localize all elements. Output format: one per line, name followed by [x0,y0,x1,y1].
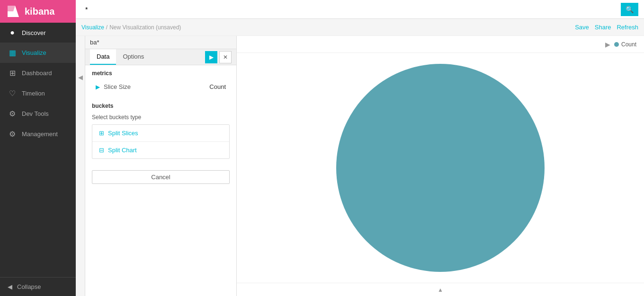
search-bar: 🔍 [76,0,644,19]
dashboard-icon: ⊞ [8,69,17,78]
refresh-button[interactable]: Refresh [617,24,638,31]
sidebar-item-management[interactable]: ⚙ Management [0,124,76,144]
slice-size-metric[interactable]: ▶ Slice Size Count [92,80,230,93]
viz-bottom: ▲ [237,283,644,296]
work-area: ◀ ba* Data Options ▶ ✕ [76,36,644,296]
sidebar-item-discover-label: Discover [22,29,46,36]
legend-label: Count [621,41,636,48]
kibana-logo-icon [6,4,21,19]
viz-toggle-icon[interactable]: ▶ [605,41,610,48]
sidebar-item-timelion[interactable]: ♡ Timelion [0,83,76,104]
close-panel-button[interactable]: ✕ [219,51,232,63]
management-icon: ⚙ [8,130,17,139]
metrics-section: metrics ▶ Slice Size Count [85,65,236,98]
sidebar-item-timelion-label: Timelion [22,90,45,97]
sidebar-item-devtools-label: Dev Tools [22,110,49,117]
cancel-button[interactable]: Cancel [92,170,230,184]
tab-options-label: Options [123,53,144,60]
split-slices-option[interactable]: ⊞ Split Slices [92,125,229,142]
split-chart-icon: ⊟ [99,147,104,154]
left-panel: ba* Data Options ▶ ✕ metrics ▶ [85,36,237,296]
sidebar-item-discover[interactable]: ● Discover [0,23,76,43]
tab-actions: ▶ ✕ [205,51,232,63]
tab-data[interactable]: Data [90,49,116,65]
search-icon: 🔍 [626,6,634,13]
legend-dot [614,42,619,47]
tab-data-label: Data [97,53,109,60]
panel-header: ba* [85,36,236,49]
discover-icon: ● [8,28,17,37]
legend-item: Count [614,41,636,48]
buckets-section: buckets Select buckets type ⊞ Split Slic… [85,98,236,164]
share-button[interactable]: Share [595,24,611,31]
kibana-logo-text: kibana [25,6,54,17]
split-slices-label: Split Slices [108,130,138,137]
toggle-left-icon: ◀ [78,74,83,81]
breadcrumb-current: New Visualization (unsaved) [109,24,181,31]
bottom-toggle-icon[interactable]: ▲ [438,287,443,293]
breadcrumb-actions: Save Share Refresh [575,24,638,31]
sidebar-item-devtools[interactable]: ⚙ Dev Tools [0,104,76,124]
breadcrumb-separator: / [106,24,107,31]
tab-bar: Data Options ▶ ✕ [85,49,236,65]
timelion-icon: ♡ [8,89,17,98]
search-input[interactable] [81,4,617,15]
split-chart-option[interactable]: ⊟ Split Chart [92,142,229,158]
slice-size-label: Slice Size [104,83,206,90]
sidebar-collapse[interactable]: ◀ Collapse [0,278,76,296]
slice-size-icon: ▶ [96,84,100,90]
main-content: 🔍 Visualize / New Visualization (unsaved… [76,0,644,296]
collapse-icon: ◀ [8,283,12,290]
tab-options[interactable]: Options [116,49,151,65]
visualize-icon: ▦ [8,48,17,57]
sidebar-item-management-label: Management [22,131,58,138]
collapse-label: Collapse [17,283,41,290]
split-chart-label: Split Chart [108,147,137,154]
pie-chart [336,64,545,272]
breadcrumb-visualize-link[interactable]: Visualize [81,24,104,31]
sidebar-item-visualize[interactable]: ▦ Visualize [0,43,76,63]
devtools-icon: ⚙ [8,109,17,118]
panel-toggle-left[interactable]: ◀ [76,36,85,296]
sidebar-item-dashboard-label: Dashboard [22,70,52,77]
kibana-logo: kibana [0,0,76,23]
buckets-title: buckets [92,103,230,109]
viz-content [237,53,644,283]
run-button[interactable]: ▶ [205,51,217,63]
panel-title: ba* [90,39,99,46]
sidebar: kibana ● Discover ▦ Visualize ⊞ Dashboar… [0,0,76,296]
breadcrumb: Visualize / New Visualization (unsaved) … [76,19,644,36]
viz-panel: ▶ Count ▲ [237,36,644,296]
split-slices-icon: ⊞ [99,130,104,137]
viz-toolbar: ▶ Count [237,36,644,53]
metrics-title: metrics [92,70,230,77]
select-type-label: Select buckets type [92,114,230,121]
slice-size-value: Count [209,83,226,90]
search-button[interactable]: 🔍 [621,3,638,16]
bucket-options: ⊞ Split Slices ⊟ Split Chart [92,124,230,159]
save-button[interactable]: Save [575,24,589,31]
sidebar-item-dashboard[interactable]: ⊞ Dashboard [0,63,76,83]
sidebar-item-visualize-label: Visualize [22,49,46,56]
